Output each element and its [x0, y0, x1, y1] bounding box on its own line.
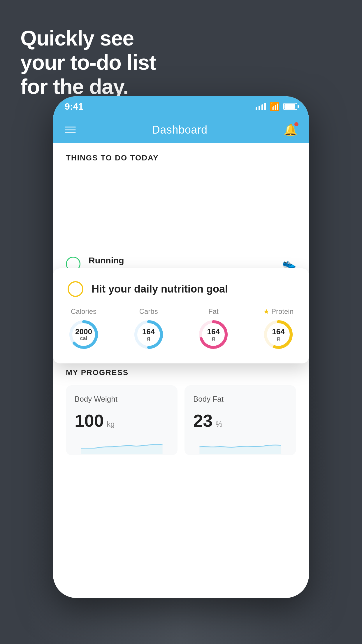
macro-carbs-donut: 164 g	[133, 318, 165, 351]
nutrition-card[interactable]: Hit your daily nutrition goal Calories	[53, 268, 309, 363]
body-weight-value-row: 100 kg	[75, 411, 169, 431]
star-icon: ★	[263, 307, 270, 316]
macro-fat-label: Fat	[208, 307, 219, 316]
todo-name-running: Running	[89, 256, 274, 265]
signal-icon	[256, 103, 266, 110]
headline-line2: your to-do list	[20, 50, 156, 75]
nutrition-card-title: Hit your daily nutrition goal	[92, 283, 228, 295]
body-weight-card[interactable]: Body Weight 100 kg	[66, 385, 178, 455]
headline: Quickly see your to-do list for the day.	[20, 26, 156, 99]
body-fat-value: 23	[193, 411, 213, 431]
macros-row: Calories 2000 cal	[68, 307, 294, 351]
phone-content: THINGS TO DO TODAY Hit your daily nutrit…	[53, 143, 309, 598]
status-bar: 9:41 📶	[53, 96, 309, 117]
macro-calories-label: Calories	[71, 307, 96, 316]
nutrition-card-header: Hit your daily nutrition goal	[68, 281, 294, 297]
body-weight-value: 100	[75, 411, 104, 431]
macro-carbs-text: 164 g	[133, 318, 165, 351]
body-fat-unit: %	[216, 420, 222, 429]
progress-section: MY PROGRESS Body Weight 100 kg	[53, 356, 309, 467]
headline-line1: Quickly see	[20, 26, 156, 50]
body-weight-unit: kg	[107, 420, 115, 429]
macro-protein-text: 164 g	[262, 318, 294, 351]
battery-icon	[283, 103, 297, 110]
notification-dot	[294, 122, 298, 126]
macro-protein-donut: 164 g	[262, 318, 294, 351]
nav-bar: Dashboard 🔔	[53, 117, 309, 143]
status-icons: 📶	[256, 102, 297, 111]
macro-protein-label: ★ Protein	[263, 307, 294, 316]
macro-fat-text: 164 g	[197, 318, 229, 351]
macro-carbs: Carbs 164 g	[133, 307, 165, 351]
shoe-icon: 👟	[282, 257, 296, 270]
battery-fill	[284, 104, 295, 109]
body-fat-value-row: 23 %	[193, 411, 287, 431]
macro-fat: Fat 164 g	[197, 307, 229, 351]
macro-protein: ★ Protein 164 g	[262, 307, 294, 351]
body-weight-title: Body Weight	[75, 395, 169, 404]
hamburger-menu[interactable]	[65, 127, 76, 133]
card-spacer	[53, 168, 309, 244]
nutrition-check-circle[interactable]	[68, 281, 83, 297]
phone-frame: 9:41 📶 Dashboard 🔔 THINGS TO DO TODAY	[53, 96, 309, 598]
progress-cards: Body Weight 100 kg Body Fat	[66, 385, 296, 455]
time: 9:41	[65, 101, 83, 112]
macro-calories-donut: 2000 cal	[68, 318, 100, 351]
body-fat-sparkline	[193, 437, 287, 455]
macro-fat-donut: 164 g	[197, 318, 229, 351]
macro-calories: Calories 2000 cal	[68, 307, 100, 351]
things-today-header: THINGS TO DO TODAY	[53, 143, 309, 168]
headline-line3: for the day.	[20, 75, 156, 99]
wifi-icon: 📶	[270, 102, 280, 111]
notification-button[interactable]: 🔔	[284, 123, 297, 136]
things-today-section: THINGS TO DO TODAY Hit your daily nutrit…	[53, 143, 309, 247]
body-fat-title: Body Fat	[193, 395, 287, 404]
macro-calories-text: 2000 cal	[68, 318, 100, 351]
nav-title: Dashboard	[152, 124, 207, 136]
macro-carbs-label: Carbs	[139, 307, 158, 316]
body-fat-card[interactable]: Body Fat 23 %	[184, 385, 296, 455]
body-weight-sparkline	[75, 437, 169, 455]
